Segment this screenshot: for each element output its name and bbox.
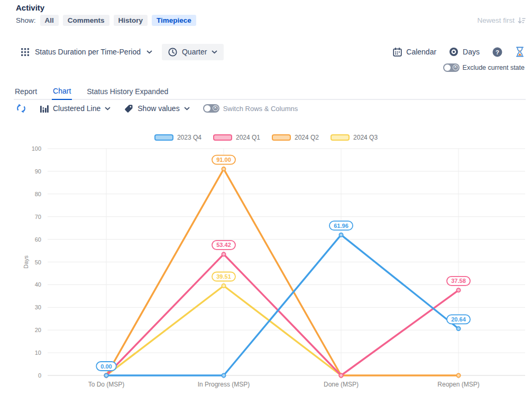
toggle-x-icon: ✕	[213, 105, 218, 111]
unit-label: Days	[463, 48, 480, 56]
data-point[interactable]	[339, 373, 343, 377]
exclude-current-state-control: ✕ Exclude current state	[443, 63, 525, 72]
chevron-down-icon	[184, 107, 190, 111]
sort-descending-icon	[518, 17, 526, 24]
x-axis-label: To Do (MSP)	[88, 381, 125, 388]
y-tick-label: 70	[35, 214, 41, 220]
chart-type-label: Clustered Line	[53, 104, 100, 113]
value-label: 91.00	[216, 157, 231, 163]
timepiece-toolbar: Status Duration per Time-Period Quarter	[21, 43, 525, 60]
tab-chart[interactable]: Chart	[52, 84, 72, 100]
filter-all-button[interactable]: All	[40, 15, 59, 26]
value-label: 37.58	[451, 278, 466, 284]
switch-rows-columns-control: ✕ Switch Rows & Columns	[203, 104, 298, 113]
data-point[interactable]	[222, 167, 225, 171]
legend-item[interactable]: 2024 Q1	[213, 134, 260, 141]
report-tabs: Report Chart Status History Expanded	[14, 84, 526, 100]
show-values-label: Show values	[137, 104, 179, 113]
data-point[interactable]	[456, 373, 460, 377]
y-axis-title: Days	[23, 255, 29, 269]
report-type-label: Status Duration per Time-Period	[35, 48, 141, 56]
period-label: Quarter	[182, 48, 207, 56]
hourglass-icon[interactable]	[515, 47, 525, 57]
x-axis-label: Done (MSP)	[324, 381, 359, 388]
data-point[interactable]	[456, 288, 460, 292]
page-title: Activity	[16, 3, 44, 12]
y-tick-label: 30	[35, 304, 41, 310]
y-tick-label: 40	[35, 281, 41, 288]
eye-icon	[449, 47, 458, 57]
value-label: 61.96	[334, 223, 348, 229]
sort-order-control[interactable]: Newest first	[477, 16, 526, 24]
tab-report[interactable]: Report	[14, 84, 38, 99]
exclude-current-state-toggle[interactable]: ✕	[443, 63, 460, 72]
grid-dots-icon	[21, 48, 29, 56]
y-tick-label: 100	[32, 145, 41, 152]
sort-order-label: Newest first	[477, 16, 515, 24]
chart-legend: 2023 Q42024 Q12024 Q22024 Q3	[0, 134, 532, 141]
filter-history-button[interactable]: History	[114, 15, 148, 26]
legend-label: 2023 Q4	[177, 134, 201, 141]
legend-label: 2024 Q2	[295, 134, 319, 141]
bar-chart-icon	[40, 105, 49, 113]
chart-type-selector[interactable]: Clustered Line	[40, 104, 111, 113]
y-tick-label: 0	[38, 372, 41, 379]
data-point[interactable]	[222, 284, 225, 288]
period-selector[interactable]: Quarter	[162, 44, 224, 60]
clock-icon	[168, 48, 177, 57]
data-point[interactable]	[104, 373, 108, 377]
legend-item[interactable]: 2024 Q3	[331, 134, 378, 141]
legend-item[interactable]: 2023 Q4	[154, 134, 201, 141]
activity-filter-bar: Show: All Comments History Timepiece	[16, 15, 196, 26]
calendar-button[interactable]: Calendar	[393, 48, 436, 57]
series-line	[106, 169, 458, 375]
show-label: Show:	[16, 16, 36, 24]
data-point[interactable]	[222, 373, 225, 377]
y-tick-label: 90	[35, 168, 41, 174]
legend-swatch	[331, 134, 350, 141]
legend-label: 2024 Q3	[353, 134, 378, 141]
y-tick-label: 20	[35, 327, 41, 333]
chevron-down-icon	[146, 50, 152, 54]
filter-timepiece-button[interactable]: Timepiece	[152, 15, 196, 26]
value-label: 39.51	[216, 273, 231, 280]
legend-swatch	[213, 134, 232, 141]
value-label: 0.00	[100, 363, 112, 370]
data-point[interactable]	[222, 252, 225, 256]
switch-rows-columns-label: Switch Rows & Columns	[223, 105, 298, 113]
refresh-icon[interactable]	[16, 103, 26, 114]
x-axis-label: Reopen (MSP)	[437, 381, 479, 388]
value-label: 20.64	[451, 316, 466, 323]
switch-rows-columns-toggle[interactable]: ✕	[203, 104, 219, 113]
chevron-down-icon	[212, 50, 217, 54]
value-label: 53.42	[216, 242, 231, 248]
y-tick-label: 60	[35, 236, 41, 243]
data-point[interactable]	[339, 233, 343, 237]
data-point[interactable]	[456, 327, 460, 330]
legend-label: 2024 Q1	[236, 134, 260, 141]
legend-swatch	[154, 134, 173, 141]
y-tick-label: 10	[35, 350, 41, 356]
filter-comments-button[interactable]: Comments	[63, 15, 109, 26]
tab-status-history-expanded[interactable]: Status History Expanded	[86, 84, 169, 99]
y-tick-label: 80	[35, 191, 41, 197]
calendar-label: Calendar	[406, 48, 436, 56]
status-duration-line-chart: 0102030405060708090100To Do (MSP)In Prog…	[0, 145, 532, 395]
legend-swatch	[272, 134, 291, 141]
unit-days-button[interactable]: Days	[449, 47, 480, 57]
legend-item[interactable]: 2024 Q2	[272, 134, 319, 141]
y-tick-label: 50	[35, 259, 41, 265]
report-type-selector[interactable]: Status Duration per Time-Period	[21, 48, 152, 56]
series-line	[106, 235, 458, 375]
svg-text:?: ?	[496, 49, 499, 55]
chevron-down-icon	[105, 107, 111, 111]
exclude-current-state-label: Exclude current state	[463, 64, 525, 71]
tag-icon	[124, 104, 133, 113]
show-values-selector[interactable]: Show values	[124, 104, 189, 113]
toggle-x-icon: ✕	[453, 65, 458, 70]
calendar-icon	[393, 48, 402, 57]
x-axis-label: In Progress (MSP)	[198, 381, 250, 388]
help-icon[interactable]: ?	[492, 47, 502, 57]
chart-controls: Clustered Line Show values ✕ Switch Rows…	[16, 103, 298, 114]
